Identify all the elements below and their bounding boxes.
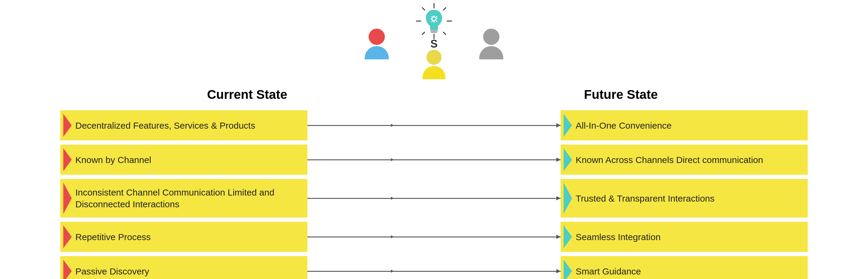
right-text-4: Seamless Integration	[576, 231, 661, 243]
comparison-row-4: Repetitive Process Seamless Integration	[60, 222, 808, 252]
arrow-line-1	[307, 125, 561, 126]
person-yellow-body	[423, 66, 445, 79]
arrow-line-4	[307, 237, 561, 238]
left-text-2: Known by Channel	[75, 154, 151, 166]
svg-rect-7	[436, 19, 437, 20]
svg-rect-4	[433, 16, 435, 17]
connector-2	[307, 159, 561, 160]
person-gray	[479, 29, 503, 59]
svg-rect-1	[431, 32, 437, 33]
right-box-4: Seamless Integration	[561, 222, 808, 252]
arrow-line-2	[307, 159, 561, 160]
comparison-row-2: Known by Channel Known Across Channels D…	[60, 145, 808, 175]
right-text-1: All-In-One Convenience	[576, 120, 672, 131]
left-arrow-3	[63, 183, 72, 214]
connector-3	[307, 198, 561, 199]
bulb-dashes	[416, 3, 452, 39]
svg-rect-0	[430, 30, 438, 32]
right-text-3: Trusted & Transparent Interactions	[576, 192, 715, 204]
person-yellow-head	[427, 50, 441, 65]
left-box-3: Inconsistent Channel Communication Limit…	[60, 179, 307, 218]
connector-4	[307, 237, 561, 238]
right-arrow-1	[564, 114, 572, 137]
right-box-5: Smart Guidance	[561, 256, 808, 279]
left-arrow-2	[63, 148, 72, 171]
left-arrow-4	[63, 225, 72, 248]
left-text-4: Repetitive Process	[75, 231, 151, 243]
person-yellow	[423, 50, 445, 79]
left-box-4: Repetitive Process	[60, 222, 307, 252]
svg-rect-6	[431, 19, 432, 20]
dash-left	[416, 21, 421, 22]
arrow-line-5	[307, 271, 561, 272]
bulb-icon	[424, 8, 444, 34]
dash-top	[434, 3, 435, 8]
svg-point-3	[433, 18, 435, 21]
rows-container: Decentralized Features, Services & Produ…	[60, 110, 808, 279]
page-container: S Current State Future State Decentraliz…	[0, 0, 868, 279]
main-content: Current State Future State Decentralized…	[0, 87, 868, 279]
current-state-header: Current State	[72, 87, 398, 102]
right-arrow-3	[564, 183, 572, 214]
left-text-5: Passive Discovery	[75, 266, 149, 277]
right-arrow-5	[564, 260, 572, 279]
left-arrow-1	[63, 114, 72, 137]
person-red-body	[365, 46, 389, 59]
left-box-2: Known by Channel	[60, 145, 307, 175]
comparison-row-5: Passive Discovery Smart Guidance	[60, 256, 808, 279]
bulb-container	[416, 3, 452, 39]
dash-right	[447, 21, 452, 22]
future-state-header: Future State	[470, 87, 796, 102]
svg-rect-5	[433, 21, 435, 23]
comparison-row-3: Inconsistent Channel Communication Limit…	[60, 179, 808, 218]
arrow-line-3	[307, 198, 561, 199]
person-gray-body	[479, 46, 503, 59]
left-arrow-5	[63, 260, 72, 279]
person-red	[365, 29, 389, 59]
illustration: S	[359, 3, 509, 87]
right-box-1: All-In-One Convenience	[561, 110, 808, 141]
left-text-1: Decentralized Features, Services & Produ…	[75, 120, 255, 131]
right-box-2: Known Across Channels Direct communicati…	[561, 145, 808, 175]
left-text-3: Inconsistent Channel Communication Limit…	[75, 186, 301, 210]
headers-row: Current State Future State	[60, 87, 808, 102]
connector-5	[307, 271, 561, 272]
right-arrow-4	[564, 225, 572, 248]
comparison-row-1: Decentralized Features, Services & Produ…	[60, 110, 808, 141]
right-box-3: Trusted & Transparent Interactions	[561, 179, 808, 218]
left-box-5: Passive Discovery	[60, 256, 307, 279]
person-gray-head	[483, 29, 499, 45]
s-letter: S	[430, 38, 438, 50]
right-text-5: Smart Guidance	[576, 266, 641, 277]
right-text-2: Known Across Channels Direct communicati…	[576, 154, 763, 166]
left-box-1: Decentralized Features, Services & Produ…	[60, 110, 307, 141]
person-red-head	[369, 29, 385, 45]
right-arrow-2	[564, 148, 572, 171]
connector-1	[307, 125, 561, 126]
